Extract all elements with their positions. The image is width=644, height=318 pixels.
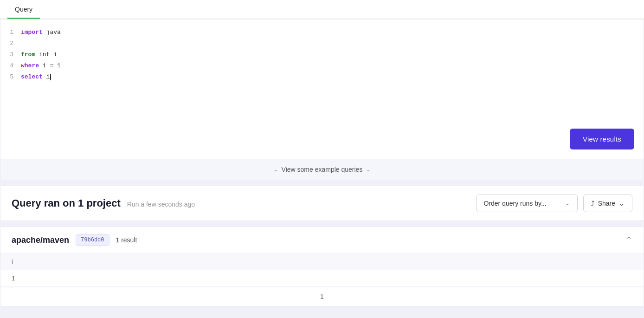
column-header-i: i bbox=[12, 258, 632, 265]
line-number: 2 bbox=[4, 38, 21, 49]
code-token: select bbox=[21, 73, 43, 80]
commit-badge: 79b6dd0 bbox=[76, 234, 109, 246]
code-content: from int i bbox=[21, 49, 57, 60]
code-editor[interactable]: 1import java23from int i4where i = 15sel… bbox=[0, 19, 644, 159]
query-ran-subtitle: Run a few seconds ago bbox=[127, 201, 195, 208]
table-header-row: i bbox=[0, 253, 644, 270]
share-label: Share bbox=[598, 200, 615, 207]
example-queries-label: View some example queries bbox=[282, 166, 363, 173]
cell-value-i: 1 bbox=[12, 275, 632, 282]
code-token: java bbox=[43, 29, 61, 36]
code-line: 4where i = 1 bbox=[0, 60, 644, 71]
order-dropdown[interactable]: Order query runs by... ⌄ bbox=[476, 195, 578, 212]
cursor bbox=[50, 74, 51, 80]
order-dropdown-label: Order query runs by... bbox=[484, 200, 547, 207]
view-results-button[interactable]: View results bbox=[570, 129, 634, 149]
share-chevron-icon: ⌄ bbox=[619, 200, 625, 207]
query-ran-info: Query ran on 1 project Run a few seconds… bbox=[12, 197, 195, 209]
code-content: import java bbox=[21, 27, 61, 38]
order-chevron-icon: ⌄ bbox=[565, 200, 570, 207]
result-header: apache/maven 79b6dd0 1 result ⌃ bbox=[0, 227, 644, 253]
project-name: apache/maven bbox=[12, 235, 69, 245]
pagination-label: 1 bbox=[320, 293, 324, 300]
code-line: 1import java bbox=[0, 27, 644, 38]
editor-section: 1import java23from int i4where i = 15sel… bbox=[0, 19, 644, 159]
results-section: apache/maven 79b6dd0 1 result ⌃ i 1 1 bbox=[0, 227, 644, 306]
code-token: import bbox=[21, 29, 43, 36]
code-line: 5select i bbox=[0, 71, 644, 83]
code-token: int i bbox=[35, 51, 57, 58]
code-token: from bbox=[21, 51, 35, 58]
line-number: 3 bbox=[4, 49, 21, 60]
pagination-row: 1 bbox=[0, 287, 644, 306]
line-number: 1 bbox=[4, 27, 21, 38]
collapse-button[interactable]: ⌃ bbox=[625, 235, 632, 245]
line-number: 4 bbox=[4, 60, 21, 71]
table-area: i 1 bbox=[0, 253, 644, 287]
query-ran-title: Query ran on 1 project bbox=[12, 197, 121, 209]
code-token: i bbox=[43, 73, 50, 80]
result-count: 1 result bbox=[116, 236, 137, 244]
share-button[interactable]: ⤴ Share ⌄ bbox=[583, 195, 632, 212]
chevron-left-icon: ⌄ bbox=[273, 166, 278, 173]
code-content: select i bbox=[21, 71, 51, 83]
query-ran-section: Query ran on 1 project Run a few seconds… bbox=[0, 186, 644, 221]
query-ran-actions: Order query runs by... ⌄ ⤴ Share ⌄ bbox=[476, 195, 633, 212]
code-content: where i = 1 bbox=[21, 60, 61, 71]
example-queries-bar[interactable]: ⌄ View some example queries ⌄ bbox=[0, 159, 644, 180]
code-token: i = 1 bbox=[39, 62, 61, 69]
table-data-row: 1 bbox=[0, 270, 644, 287]
result-left: apache/maven 79b6dd0 1 result bbox=[12, 234, 137, 246]
share-icon: ⤴ bbox=[591, 200, 594, 207]
line-number: 5 bbox=[4, 71, 21, 83]
code-line: 3from int i bbox=[0, 49, 644, 60]
tab-bar: Query bbox=[0, 0, 644, 19]
tab-query[interactable]: Query bbox=[7, 0, 40, 19]
code-line: 2 bbox=[0, 38, 644, 49]
code-token: where bbox=[21, 62, 39, 69]
chevron-right-icon: ⌄ bbox=[366, 166, 371, 173]
